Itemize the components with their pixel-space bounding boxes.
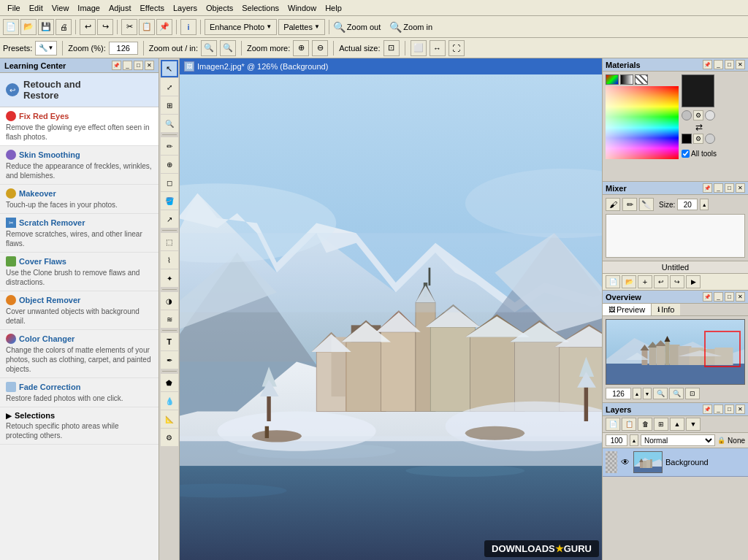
open-button[interactable]: 📂 (20, 19, 37, 35)
selections-item[interactable]: ▶ Selections Retouch specific photo area… (0, 407, 159, 445)
tool-magic-wand[interactable]: ✦ (161, 269, 178, 287)
menu-edit[interactable]: Edit (25, 2, 47, 14)
blend-mode-select[interactable]: Normal Multiply Screen Overlay (641, 434, 715, 446)
tool-dropper[interactable]: 💧 (161, 392, 178, 410)
mix-add-btn[interactable]: + (638, 275, 652, 288)
zoom-more-btn1[interactable]: ⊕ (293, 40, 309, 56)
mix-max-btn[interactable]: □ (725, 183, 734, 193)
menu-objects[interactable]: Objects (202, 2, 237, 14)
op-up-btn[interactable]: ▲ (630, 434, 638, 446)
color-spectrum[interactable] (606, 86, 679, 159)
tool-clone[interactable]: ⊕ (161, 156, 178, 173)
fade-correction-item[interactable]: Fade Correction Restore faded photos wit… (0, 378, 159, 407)
ly-max-btn[interactable]: □ (725, 404, 734, 414)
mix-open-btn[interactable]: 📂 (622, 275, 636, 288)
fit-width-btn[interactable]: ↔ (430, 40, 446, 56)
bg-circle[interactable] (705, 134, 715, 144)
ly-move-down-btn[interactable]: ▼ (686, 418, 701, 431)
menu-adjust[interactable]: Adjust (104, 2, 136, 14)
print-button[interactable]: 🖨 (56, 19, 72, 35)
mat-tab-palette[interactable] (606, 74, 619, 85)
swap-colors-btn[interactable]: ⇄ (682, 122, 717, 132)
scratch-remover-item[interactable]: ✂ Scratch Remover Remove scratches, wire… (0, 214, 159, 253)
menu-image[interactable]: Image (73, 2, 104, 14)
ov-zoom-down-btn[interactable]: ▼ (643, 388, 652, 399)
layer-eye-btn[interactable]: 👁 (620, 457, 630, 467)
ov-zoom-out-btn[interactable]: 🔍 (653, 388, 668, 399)
ov-pin-btn[interactable]: 📌 (703, 292, 712, 302)
ov-zoom-up-btn[interactable]: ▲ (633, 388, 641, 399)
menu-help[interactable]: Help (321, 2, 346, 14)
overview-zoom-input[interactable] (606, 388, 631, 399)
makeover-item[interactable]: Makeover Touch-up the faces in your phot… (0, 185, 159, 214)
zoom-input[interactable] (109, 42, 138, 55)
menu-layers[interactable]: Layers (169, 2, 202, 14)
zoom-more-btn2[interactable]: ⊖ (312, 40, 328, 56)
ly-pin-btn[interactable]: 📌 (703, 404, 712, 414)
tool-crop[interactable]: ⊞ (161, 96, 178, 114)
mixer-canvas-area[interactable] (606, 214, 745, 258)
tool-zoom[interactable]: 🔍 (161, 115, 178, 132)
tool-options[interactable]: ⚙ (161, 429, 178, 446)
mix-pencil-btn[interactable]: ✏ (622, 198, 637, 211)
tab-info[interactable]: ℹ Info (652, 304, 680, 315)
paste-button[interactable]: 📌 (156, 19, 172, 35)
ov-max-btn[interactable]: □ (725, 292, 734, 302)
photo-canvas[interactable] (180, 74, 602, 560)
menu-effects[interactable]: Effects (136, 2, 169, 14)
tool-freehand[interactable]: ⌇ (161, 251, 178, 269)
fg-circle-1[interactable] (682, 110, 692, 120)
enhance-photo-dropdown[interactable]: Enhance Photo ▼ (205, 19, 277, 35)
presets-dropdown[interactable]: 🔧▼ (35, 41, 57, 55)
mat-min-btn[interactable]: _ (714, 60, 723, 69)
size-input[interactable] (677, 199, 698, 210)
mix-undo-btn[interactable]: ↩ (654, 275, 668, 288)
tool-selection[interactable]: ⬚ (161, 233, 178, 250)
tool-scratch[interactable]: ↗ (161, 210, 178, 228)
save-button[interactable]: 💾 (38, 19, 54, 35)
lc-close-btn[interactable]: ✕ (145, 61, 154, 70)
ov-zoom-in-btn[interactable]: 🔍 (669, 388, 684, 399)
mix-brush-btn[interactable]: 🖌 (606, 198, 620, 211)
opacity-input[interactable] (606, 434, 627, 446)
mat-pin-btn[interactable]: 📌 (703, 60, 712, 69)
overview-thumbnail[interactable] (606, 319, 745, 385)
tab-preview[interactable]: 🖼 Preview (603, 304, 652, 315)
actual-size-btn[interactable]: ⊡ (383, 40, 400, 56)
fg-gear[interactable]: ⚙ (693, 110, 703, 120)
fg-circle-2[interactable] (705, 110, 715, 120)
ly-move-up-btn[interactable]: ▲ (670, 418, 684, 431)
palettes-dropdown[interactable]: Palettes ▼ (278, 19, 325, 35)
fit-window-btn[interactable]: ⬜ (411, 40, 427, 56)
mat-max-btn[interactable]: □ (725, 60, 734, 69)
bg-gear[interactable]: ⚙ (693, 134, 703, 144)
all-tools-checkbox[interactable] (682, 150, 690, 158)
object-remover-item[interactable]: Object Remover Cover unwanted objects wi… (0, 291, 159, 330)
tool-fill[interactable]: 🪣 (161, 192, 178, 210)
menu-selections[interactable]: Selections (237, 2, 283, 14)
ly-min-btn[interactable]: _ (714, 404, 723, 414)
undo-button[interactable]: ↩ (80, 19, 96, 35)
ov-fit-btn[interactable]: ⊡ (685, 388, 700, 399)
lc-minimize-btn[interactable]: _ (123, 61, 132, 70)
mix-min-btn[interactable]: _ (714, 183, 723, 193)
mix-new-btn[interactable]: 📄 (606, 275, 620, 288)
ly-delete-btn[interactable]: 🗑 (638, 418, 652, 431)
fullscreen-btn[interactable]: ⛶ (449, 40, 465, 56)
cover-flaws-item[interactable]: Cover Flaws Use the Clone brush to remov… (0, 253, 159, 291)
ly-new-btn[interactable]: 📄 (606, 418, 620, 431)
ly-merge-btn[interactable]: ⊞ (654, 418, 668, 431)
tool-preset-shapes[interactable]: ⬟ (161, 374, 178, 391)
info-button[interactable]: i (180, 19, 196, 35)
cut-button[interactable]: ✂ (121, 19, 137, 35)
color-changer-item[interactable]: Color Changer Change the colors of matte… (0, 330, 159, 378)
ly-close-btn[interactable]: ✕ (736, 404, 745, 414)
mix-knife-btn[interactable]: 🔪 (639, 198, 654, 211)
retouch-back-icon[interactable]: ↩ (6, 83, 19, 96)
ov-close-btn[interactable]: ✕ (736, 292, 745, 302)
zoom-out-label[interactable]: Zoom out (347, 23, 381, 31)
skin-smoothing-item[interactable]: Skin Smoothing Reduce the appearance of … (0, 146, 159, 185)
foreground-swatch[interactable] (682, 74, 714, 107)
tool-eraser[interactable]: ◻ (161, 174, 178, 191)
tool-smear[interactable]: ≋ (161, 310, 178, 328)
